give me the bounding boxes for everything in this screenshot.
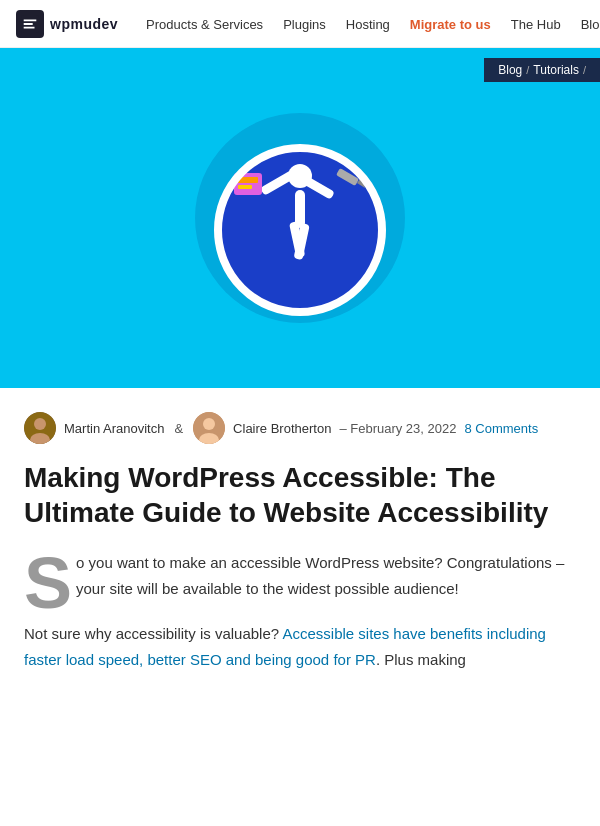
nav-links: Products & Services Plugins Hosting Migr…: [136, 15, 600, 33]
author2-group: Claire Brotherton: [193, 412, 331, 444]
intro-text: o you want to make an accessible WordPre…: [76, 554, 564, 597]
breadcrumb-sep2: /: [583, 64, 586, 76]
nav-plugins[interactable]: Plugins: [273, 17, 336, 32]
article: Martin Aranovitch & Claire Brotherton – …: [0, 388, 600, 680]
author1-group: Martin Aranovitch: [24, 412, 164, 444]
article-date: – February 23, 2022: [339, 421, 456, 436]
author2-avatar: [193, 412, 225, 444]
author1-avatar: [24, 412, 56, 444]
article-title: Making WordPress Accessible: The Ultimat…: [0, 456, 600, 546]
para2-start: Not sure why accessibility is valuable?: [24, 625, 282, 642]
logo-text: wpmudev: [50, 16, 118, 32]
navigation: wpmudev Products & Services Plugins Host…: [0, 0, 600, 48]
breadcrumb: Blog / Tutorials /: [484, 58, 600, 82]
article-para2: Not sure why accessibility is valuable? …: [0, 613, 600, 680]
author1-name: Martin Aranovitch: [64, 421, 164, 436]
svg-point-19: [203, 418, 215, 430]
author-and: &: [174, 421, 183, 436]
author2-name: Claire Brotherton: [233, 421, 331, 436]
breadcrumb-blog[interactable]: Blog: [498, 63, 522, 77]
nav-the-hub[interactable]: The Hub: [501, 17, 571, 32]
nav-migrate[interactable]: Migrate to us: [400, 17, 501, 32]
nav-blog[interactable]: Blog: [571, 17, 600, 32]
svg-rect-11: [238, 185, 252, 189]
logo-link[interactable]: wpmudev: [16, 10, 118, 38]
nav-products-services[interactable]: Products & Services: [136, 17, 273, 32]
nav-hosting[interactable]: Hosting: [336, 17, 400, 32]
drop-cap-letter: S: [24, 550, 76, 610]
hero-section: Blog / Tutorials /: [0, 48, 600, 388]
para2-end: . Plus making: [376, 651, 466, 668]
article-meta: Martin Aranovitch & Claire Brotherton – …: [0, 388, 600, 456]
breadcrumb-tutorials[interactable]: Tutorials: [533, 63, 579, 77]
hero-illustration: [190, 108, 410, 328]
breadcrumb-sep1: /: [526, 64, 529, 76]
article-intro: So you want to make an accessible WordPr…: [0, 546, 600, 613]
article-comments-link[interactable]: 8 Comments: [464, 421, 538, 436]
svg-point-16: [34, 418, 46, 430]
logo-icon: [16, 10, 44, 38]
